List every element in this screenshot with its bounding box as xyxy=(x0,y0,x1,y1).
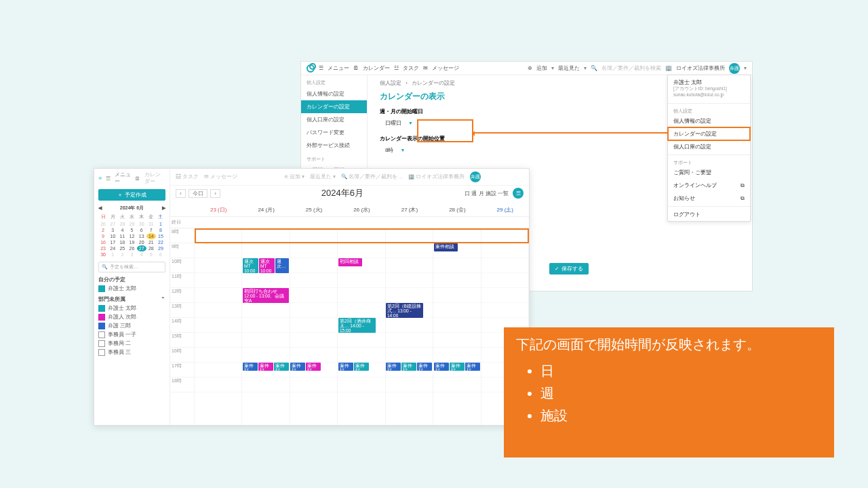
cal-today-button[interactable]: 今日 xyxy=(189,189,208,198)
nav-add[interactable]: 追加 xyxy=(536,64,547,72)
nav-recent[interactable]: 最近見た xyxy=(558,64,580,72)
nav-calendar[interactable]: カレンダー xyxy=(363,64,390,72)
global-search[interactable]: 名簿／案件／裁判を検索 xyxy=(601,64,661,72)
avatar-button[interactable]: 弁護 xyxy=(729,63,740,74)
day-header[interactable]: 29 (土) xyxy=(481,203,529,216)
nav-menu-mini[interactable]: メニュー xyxy=(115,171,131,185)
event[interactable]: 案件打… xyxy=(354,363,369,371)
seg-facility[interactable]: 施設 xyxy=(486,190,496,197)
office-name[interactable]: ロイオズ法律事務所 xyxy=(676,64,725,72)
dropdown-item-personal-info[interactable]: 個人情報の設定 xyxy=(668,115,750,127)
section-members[interactable]: 部門未所属⌃ xyxy=(98,296,165,303)
event[interactable]: 案件打 xyxy=(290,363,305,371)
event-search-input[interactable]: 🔍 予定を検索… xyxy=(98,262,165,272)
event[interactable]: 案件打… xyxy=(450,363,465,371)
mini-cal-prev[interactable]: ◀ xyxy=(98,205,102,211)
seg-list[interactable]: 一覧 xyxy=(498,190,509,197)
mini-cal-title: 2024年 6月 xyxy=(120,205,144,211)
app-top-bar: ☰ メニュー 🗓 カレンダー ☳ タスク ✉ メッセージ ⊕ 追加 ▾ 最近見た… xyxy=(301,62,752,75)
app-logo-icon xyxy=(307,64,315,73)
user-dropdown: 弁護士 太郎 [アカウントID: bengoshi1] sunao.kubota… xyxy=(667,75,751,222)
cal-next-button[interactable]: › xyxy=(210,189,220,198)
add-icon[interactable]: ⊕ xyxy=(528,65,532,71)
event[interactable]: 週次… xyxy=(275,258,289,273)
search-icon[interactable]: 🔍 xyxy=(591,65,597,71)
time-grid[interactable]: 8時9時10時 11時12時13時 14時15時16時 17時18時 週次MT … xyxy=(170,228,529,425)
nav-message[interactable]: メッセージ xyxy=(432,64,459,72)
event[interactable]: 週次MT 10:00 xyxy=(259,258,275,273)
event[interactable]: 案件打 xyxy=(243,363,258,371)
event[interactable]: 初回相談 xyxy=(338,258,362,266)
event[interactable]: 案件打… xyxy=(401,363,416,371)
cal-prev-button[interactable]: ‹ xyxy=(176,189,186,198)
dropdown-item-feedback[interactable]: ご質問・ご要望 xyxy=(668,166,750,179)
member-row[interactable]: 事務局 二 xyxy=(98,340,165,347)
member-row[interactable]: 弁護士 太郎 xyxy=(98,285,165,292)
new-event-button[interactable]: ＋ 予定作成 xyxy=(98,189,165,201)
highlight-start-position xyxy=(417,119,473,142)
chevron-right-icon: › xyxy=(406,80,408,86)
day-header[interactable]: 28 (金) xyxy=(433,203,481,216)
mini-cal-next[interactable]: ▶ xyxy=(162,205,165,211)
member-row[interactable]: 弁護士 太郎 xyxy=(98,305,165,312)
select-start-position[interactable]: 8時 ▼ xyxy=(380,144,410,157)
event[interactable]: 案件打… xyxy=(258,363,273,371)
dropdown-item-account[interactable]: 個人口座の設定 xyxy=(668,140,750,153)
seg-day[interactable]: 日 xyxy=(465,190,470,197)
event[interactable]: 案件打… xyxy=(465,363,480,371)
dropdown-item-calendar-settings[interactable]: カレンダーの設定 xyxy=(668,127,750,140)
member-row[interactable]: 事務員 三 xyxy=(98,349,165,356)
event[interactable]: 案件打 xyxy=(386,363,401,371)
seg-week[interactable]: 週 xyxy=(471,190,477,197)
mini-calendar[interactable]: ◀ 2024年 6月 ▶ 日月火水木金土 2627282930311 23456… xyxy=(98,205,165,258)
search-icon: 🔍 xyxy=(102,264,108,270)
event[interactable]: 案件打 xyxy=(338,363,353,371)
callout-bullet: 週 xyxy=(540,384,822,403)
day-header[interactable]: 24 (月) xyxy=(242,203,290,216)
menu-icon[interactable]: ☰ xyxy=(319,65,323,71)
event[interactable]: 第2回（B建設株式… 13:00 - 14:00 xyxy=(386,303,423,318)
sidebar-item-personal-info[interactable]: 個人情報の設定 xyxy=(301,87,367,100)
event[interactable]: 案件打… xyxy=(306,363,321,371)
member-row[interactable]: 弁護 三郎 xyxy=(98,323,165,329)
dropdown-item-help[interactable]: オンラインヘルプ⧉ xyxy=(668,179,750,192)
dropdown-item-news[interactable]: お知らせ⧉ xyxy=(668,192,750,205)
dropdown-item-logout[interactable]: ログアウト xyxy=(668,208,750,221)
view-segments[interactable]: 日 週 月 施設 一覧 xyxy=(465,190,509,197)
day-header[interactable]: 23 (日) xyxy=(195,203,242,216)
day-header[interactable]: 25 (火) xyxy=(290,203,338,216)
save-button[interactable]: ✓ 保存する xyxy=(549,263,589,274)
nav-calendar-mini[interactable]: カレンダー xyxy=(144,171,165,185)
sidebar-item-account[interactable]: 個人口座の設定 xyxy=(301,113,367,126)
time-labels: 8時9時10時 11時12時13時 14時15時16時 17時18時 xyxy=(170,228,195,425)
calendar-icon[interactable]: 🗓 xyxy=(353,65,359,71)
chevron-up-icon: ⌃ xyxy=(161,296,165,303)
event[interactable]: 初回打ち合わせ 12:00 - 13:00、会議室A xyxy=(243,288,289,303)
calendar-main: ☳ タスク ✉ メッセージ ⊕ 追加 ▾ 最近見た ▾ 🔍 名簿／案件／裁判を…… xyxy=(170,169,529,425)
event[interactable]: 第2回（酒井商太… 14:00 - 15:00 xyxy=(338,318,376,333)
member-row[interactable]: 弁護人 次郎 xyxy=(98,314,165,321)
message-icon[interactable]: ✉ xyxy=(423,65,428,71)
member-row[interactable]: 事務員 一子 xyxy=(98,331,165,338)
nav-menu[interactable]: メニュー xyxy=(328,64,349,72)
seg-month[interactable]: 月 xyxy=(479,190,484,197)
list-toggle-icon[interactable]: ☰ xyxy=(513,188,524,199)
event[interactable]: 案件相談 xyxy=(434,243,458,251)
crumb-2: カレンダーの設定 xyxy=(412,80,455,86)
crumb-1[interactable]: 個人設定 xyxy=(380,80,401,86)
event[interactable]: 案件打 xyxy=(434,363,449,371)
event[interactable]: 案件打… xyxy=(417,363,432,371)
day-header[interactable]: 27 (木) xyxy=(386,203,433,216)
select-start-weekday[interactable]: 日曜日 ▼ xyxy=(380,117,418,129)
sidebar-item-calendar-settings[interactable]: カレンダーの設定 xyxy=(301,100,367,113)
task-icon[interactable]: ☳ xyxy=(394,65,399,71)
nav-task[interactable]: タスク xyxy=(403,64,419,72)
event[interactable]: 案件打… xyxy=(274,363,289,371)
day-header[interactable]: 26 (水) xyxy=(338,203,385,216)
calendar-toolbar: ☳ タスク ✉ メッセージ ⊕ 追加 ▾ 最近見た ▾ 🔍 名簿／案件／裁判を…… xyxy=(170,169,529,186)
calendar-header: ‹ 今日 › 2024年6月 日 週 月 施設 一覧 ☰ xyxy=(170,186,529,203)
sidebar-item-password[interactable]: パスワード変更 xyxy=(301,126,367,139)
event[interactable]: 週次MT 10:00 - xyxy=(243,258,258,273)
sidebar-group-personal: 個人設定 xyxy=(301,75,367,87)
sidebar-item-external[interactable]: 外部サービス接続 xyxy=(301,139,367,152)
